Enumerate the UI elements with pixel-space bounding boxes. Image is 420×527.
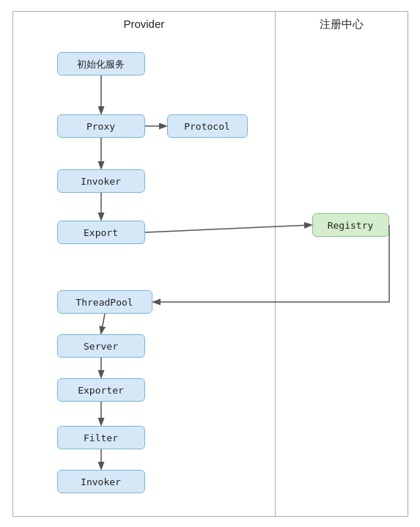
diagram-container: Provider 注册中心 初始化服务 Proxy Protocol Invok… bbox=[12, 11, 408, 517]
node-server: Server bbox=[57, 334, 145, 358]
node-registry: Registry bbox=[312, 213, 389, 237]
node-export: Export bbox=[57, 221, 145, 244]
node-init: 初始化服务 bbox=[57, 52, 145, 75]
node-exporter: Exporter bbox=[57, 378, 145, 402]
registry-panel: 注册中心 bbox=[276, 12, 407, 516]
node-invoker2: Invoker bbox=[57, 470, 145, 493]
node-proxy: Proxy bbox=[57, 114, 145, 138]
node-invoker1: Invoker bbox=[57, 169, 145, 193]
node-protocol: Protocol bbox=[167, 114, 248, 138]
registry-title: 注册中心 bbox=[276, 12, 407, 36]
node-threadpool: ThreadPool bbox=[57, 290, 152, 314]
provider-title: Provider bbox=[13, 12, 276, 34]
node-filter: Filter bbox=[57, 426, 145, 449]
